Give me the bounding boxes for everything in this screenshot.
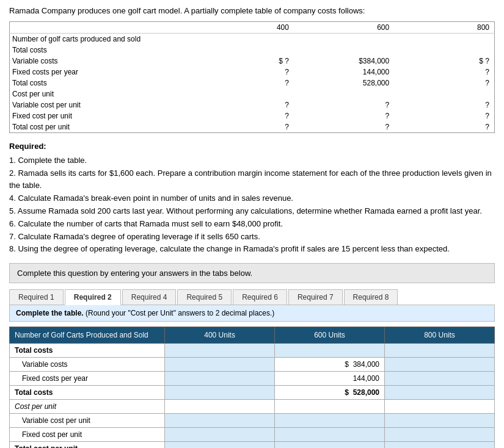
- tab-required5[interactable]: Required 5: [177, 289, 232, 305]
- main-col-label: Number of Golf Carts Produced and Sold: [10, 327, 165, 344]
- total-cpu-600[interactable]: [275, 442, 385, 448]
- variable-costs-400-input[interactable]: [170, 360, 269, 369]
- cost-per-unit-label: Cost per unit: [10, 400, 165, 414]
- total-costs-label: Total costs: [10, 344, 165, 358]
- total-cpu-400[interactable]: [165, 442, 275, 448]
- source-units-800: [394, 34, 494, 45]
- fixed-costs-800-input[interactable]: [390, 374, 489, 383]
- tab-required7[interactable]: Required 7: [288, 289, 343, 305]
- source-cost-per-unit-header: Cost per unit: [10, 89, 194, 99]
- intro-text: Ramada Company produces one golf cart mo…: [9, 6, 495, 15]
- source-tcu-800: ?: [394, 121, 494, 133]
- variable-cpu-400-input[interactable]: [170, 416, 269, 425]
- source-col-400: 400: [194, 22, 294, 34]
- fixed-cpu-800[interactable]: [385, 428, 495, 442]
- req-item-8: 8. Using the degree of operating leverag…: [9, 243, 495, 256]
- source-table: 400 600 800 Number of golf carts produce…: [9, 21, 495, 133]
- total-costs-row-400-input[interactable]: [170, 388, 269, 397]
- total-costs-row-800[interactable]: [385, 386, 495, 400]
- source-col-800: 800: [394, 22, 494, 34]
- total-cpu-800[interactable]: [385, 442, 495, 448]
- fixed-cpu-400-input[interactable]: [170, 430, 269, 439]
- instruction-bar: Complete the table. (Round your "Cost pe…: [9, 305, 495, 322]
- tab-required8[interactable]: Required 8: [344, 289, 398, 305]
- total-cpu-label: Total cost per unit: [10, 442, 165, 448]
- table-row-total-costs: Total costs $ 528,000: [10, 386, 495, 400]
- variable-cpu-400[interactable]: [165, 414, 275, 428]
- req-item-1: 1. Complete the table.: [9, 154, 495, 167]
- req-item-2: 2. Ramada sells its carts for $1,600 eac…: [9, 167, 495, 193]
- fixed-cpu-600[interactable]: [275, 428, 385, 442]
- source-fcu-400: ?: [194, 110, 294, 121]
- variable-cpu-600[interactable]: [275, 414, 385, 428]
- source-total-costs-row: Total costs: [10, 78, 194, 89]
- total-cpu-400-input[interactable]: [170, 444, 269, 448]
- table-row-variable-cpu: Variable cost per unit: [10, 414, 495, 428]
- source-vc-unit: Variable cost per unit: [10, 99, 194, 110]
- fixed-costs-label: Fixed costs per year: [10, 372, 165, 386]
- total-costs-800-cell: [385, 344, 495, 358]
- source-fcu-800: ?: [394, 110, 494, 121]
- source-tc-800: ?: [394, 78, 494, 89]
- source-vcu-800: ?: [394, 99, 494, 110]
- tab-required6[interactable]: Required 6: [233, 289, 287, 305]
- tab-required4[interactable]: Required 4: [122, 289, 177, 305]
- source-tc-400: ?: [194, 78, 294, 89]
- total-costs-600-cell: [275, 344, 385, 358]
- tab-required2[interactable]: Required 2: [65, 289, 121, 305]
- source-col-600: 600: [294, 22, 394, 34]
- required-section: Required: 1. Complete the table. 2. Rama…: [9, 140, 495, 256]
- source-units-600: [294, 34, 394, 45]
- table-row-cost-per-unit: Cost per unit: [10, 400, 495, 414]
- source-vc-600: $384,000: [294, 56, 394, 67]
- total-costs-row-800-input[interactable]: [390, 388, 489, 397]
- fixed-costs-400-input[interactable]: [170, 374, 269, 383]
- variable-costs-label: Variable costs: [10, 358, 165, 372]
- source-vc-400: $ ?: [194, 56, 294, 67]
- main-col-800: 800 Units: [385, 327, 495, 344]
- instruction-normal: (Round your "Cost per Unit" answers to 2…: [84, 309, 275, 317]
- source-fc-600: 144,000: [294, 67, 394, 78]
- source-vc-800: $ ?: [394, 56, 494, 67]
- tab-required1[interactable]: Required 1: [9, 289, 64, 305]
- source-fixed-costs: Fixed costs per year: [10, 67, 194, 78]
- total-costs-400-cell: [165, 344, 275, 358]
- variable-costs-800-input[interactable]: [390, 360, 489, 369]
- source-total-costs-header: Total costs: [10, 45, 194, 56]
- variable-cpu-600-input[interactable]: [280, 416, 379, 425]
- fixed-cpu-800-input[interactable]: [390, 430, 489, 439]
- fixed-costs-600: 144,000: [275, 372, 385, 386]
- source-col-label: [10, 22, 194, 34]
- cpu-header-600: [275, 400, 385, 414]
- tabs-container: Required 1 Required 2 Required 4 Require…: [9, 289, 495, 305]
- fixed-costs-800[interactable]: [385, 372, 495, 386]
- variable-costs-400[interactable]: [165, 358, 275, 372]
- req-item-6: 6. Calculate the number of carts that Ra…: [9, 218, 495, 231]
- fixed-cpu-400[interactable]: [165, 428, 275, 442]
- source-tcu-600: ?: [294, 121, 394, 133]
- total-cpu-600-input[interactable]: [280, 444, 379, 448]
- main-table: Number of Golf Carts Produced and Sold 4…: [9, 327, 495, 448]
- cpu-header-400: [165, 400, 275, 414]
- total-costs-row-400[interactable]: [165, 386, 275, 400]
- main-col-400: 400 Units: [165, 327, 275, 344]
- table-row-variable-costs: Variable costs $ 384,000: [10, 358, 495, 372]
- required-title: Required:: [9, 140, 495, 153]
- source-tc-600: 528,000: [294, 78, 394, 89]
- source-fc-400: ?: [194, 67, 294, 78]
- req-item-7: 7. Calculate Ramada's degree of operatin…: [9, 231, 495, 244]
- fixed-cpu-600-input[interactable]: [280, 430, 379, 439]
- total-costs-row-600: $ 528,000: [275, 386, 385, 400]
- variable-costs-800[interactable]: [385, 358, 495, 372]
- cpu-header-800: [385, 400, 495, 414]
- source-fc-800: ?: [394, 67, 494, 78]
- req-item-4: 4. Calculate Ramada's break-even point i…: [9, 192, 495, 205]
- fixed-costs-400[interactable]: [165, 372, 275, 386]
- req-item-5: 5. Assume Ramada sold 200 carts last yea…: [9, 205, 495, 218]
- source-fcu-600: ?: [294, 110, 394, 121]
- variable-cpu-800-input[interactable]: [390, 416, 489, 425]
- variable-cpu-800[interactable]: [385, 414, 495, 428]
- table-row-fixed-costs: Fixed costs per year 144,000: [10, 372, 495, 386]
- total-cpu-800-input[interactable]: [390, 444, 489, 448]
- variable-cpu-label: Variable cost per unit: [10, 414, 165, 428]
